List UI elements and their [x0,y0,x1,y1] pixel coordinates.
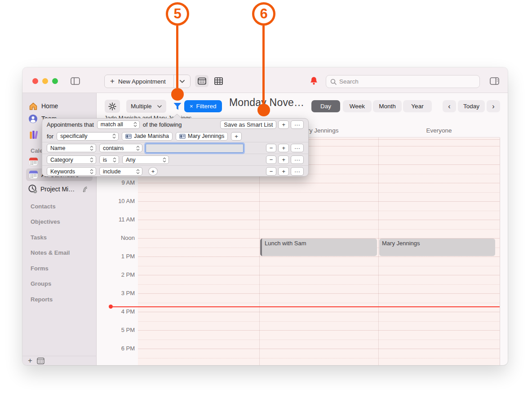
rule-field-select[interactable]: Category [47,155,96,164]
calendar-view-icon [198,77,206,85]
notifications-button[interactable] [308,76,319,86]
plus-icon: + [110,77,115,86]
rule-value-select[interactable]: Any [122,155,169,164]
titlebar: + New Appointment [22,67,508,93]
mini-calendar-icon [37,358,44,364]
scope-select[interactable]: specifically [57,132,119,141]
worklist-value: Multiple [131,103,152,110]
callout-5-line [176,26,178,88]
mini-calendar-button[interactable] [37,358,44,365]
popover-rule-name: Name contains − + ··· [42,142,308,154]
sidebar-item-home[interactable]: Home [41,102,58,110]
sidebar-section-forms[interactable]: Forms [31,265,49,272]
time-label: 4 PM [108,308,135,315]
clear-filter-icon[interactable]: × [190,103,193,110]
event-lunch-with-sam[interactable]: Lunch with Sam [260,239,377,256]
zoom-window-button[interactable] [52,78,58,84]
tab-day[interactable]: Day [311,100,340,112]
sidebar-section-notes-email[interactable]: Notes & Email [31,249,70,256]
rule-operator-select[interactable]: include [99,167,142,176]
filtered-badge-button[interactable]: × Filtered [184,100,222,112]
more-options-button[interactable]: ··· [291,120,304,129]
add-keyword-button[interactable]: + [148,167,158,176]
sidebar-section-groups[interactable]: Groups [31,280,51,287]
sidebar-item-project[interactable]: Project Mi… [40,186,75,193]
calendar-settings-button[interactable] [105,100,120,113]
person-badge-jade-manisha[interactable]: Jade Manisha [122,132,173,141]
minimize-window-button[interactable] [42,78,48,84]
callout-6-number: 6 [260,6,267,22]
sidebar-section-objectives[interactable]: Objectives [31,218,60,225]
callout-5-number: 5 [173,6,181,22]
plus-icon: + [28,356,32,365]
popover-scope-row: for specifically Jade Manisha [42,130,308,142]
stepper-icon [112,133,116,139]
person-badge-mary-jennings[interactable]: Mary Jennings [176,132,228,141]
callout-5-dot [171,88,184,101]
tab-year[interactable]: Year [403,100,432,112]
grid-view-button[interactable] [212,75,225,87]
popover-match-row: Appointments that match all of the follo… [42,119,308,130]
time-label: 1 PM [108,253,135,260]
add-rule-button[interactable]: + [278,155,289,164]
rule-value-input[interactable] [146,144,244,153]
toggle-right-panel-button[interactable] [488,76,501,86]
appointments-that-label: Appointments that [47,121,94,128]
home-icon [29,102,38,112]
match-value: match all [101,121,123,128]
rule-operator-select[interactable]: is [99,155,119,164]
add-criteria-button[interactable]: + [278,120,289,129]
rule-field-select[interactable]: Name [47,144,96,152]
event-mary-jennings[interactable]: Mary Jennings [379,239,495,256]
tab-week[interactable]: Week [343,100,372,112]
add-calendar-button[interactable]: + [26,357,34,365]
tab-month[interactable]: Month [373,100,402,112]
rule-more-button[interactable]: ··· [291,167,304,176]
rule-more-button[interactable]: ··· [291,144,304,152]
for-label: for [47,133,53,140]
calendar-blue-icon [29,170,38,181]
add-person-button[interactable]: + [231,132,242,141]
previous-day-button[interactable]: ‹ [443,100,456,112]
rule-field-select[interactable]: Keywords [47,167,96,176]
chevron-down-icon [157,105,162,108]
filter-button[interactable] [172,101,183,112]
match-select[interactable]: match all [97,120,140,129]
rule-operator-value: is [103,157,107,163]
sidebar-section-tasks[interactable]: Tasks [31,234,47,241]
scope-value: specifically [60,133,87,139]
worklist-dropdown[interactable]: Multiple [126,100,166,113]
add-rule-button[interactable]: + [278,144,289,152]
save-smart-list-button[interactable]: Save as Smart List [220,120,276,129]
column-header-everyone: Everyone [378,127,500,134]
remove-rule-button[interactable]: − [266,155,277,164]
person-name: Mary Jennings [188,133,224,139]
today-button[interactable]: Today [458,100,485,112]
remove-rule-button[interactable]: − [266,167,277,176]
library-books-icon [29,130,39,141]
sidebar-right-icon [490,77,499,85]
grid-right-edge [500,137,500,365]
callout-6-dot [257,104,270,116]
sidebar-section-reports[interactable]: Reports [31,296,53,303]
project-clock-icon [28,184,38,196]
add-rule-button[interactable]: + [278,167,289,176]
sidebar-left-icon [71,77,80,85]
remove-rule-button[interactable]: − [266,144,277,152]
close-window-button[interactable] [32,78,38,84]
bell-icon [310,76,318,85]
toggle-left-sidebar-button[interactable] [69,76,81,86]
popover-rule-keywords: Keywords include + − + ··· [42,165,308,177]
search-icon [330,79,337,85]
rule-more-button[interactable]: ··· [291,155,304,164]
search-input[interactable]: Search [326,75,480,88]
grid-view-icon [214,77,223,85]
next-day-button[interactable]: › [487,100,500,112]
sidebar-section-contacts[interactable]: Contacts [31,203,56,210]
calendar-view-button[interactable] [195,75,208,87]
rule-operator-select[interactable]: contains [99,144,142,152]
person-name: Jade Manisha [134,133,169,139]
callout-5-circle: 5 [166,2,189,26]
current-time-dot [109,305,113,309]
popover-rule-category: Category is Any [42,154,308,165]
